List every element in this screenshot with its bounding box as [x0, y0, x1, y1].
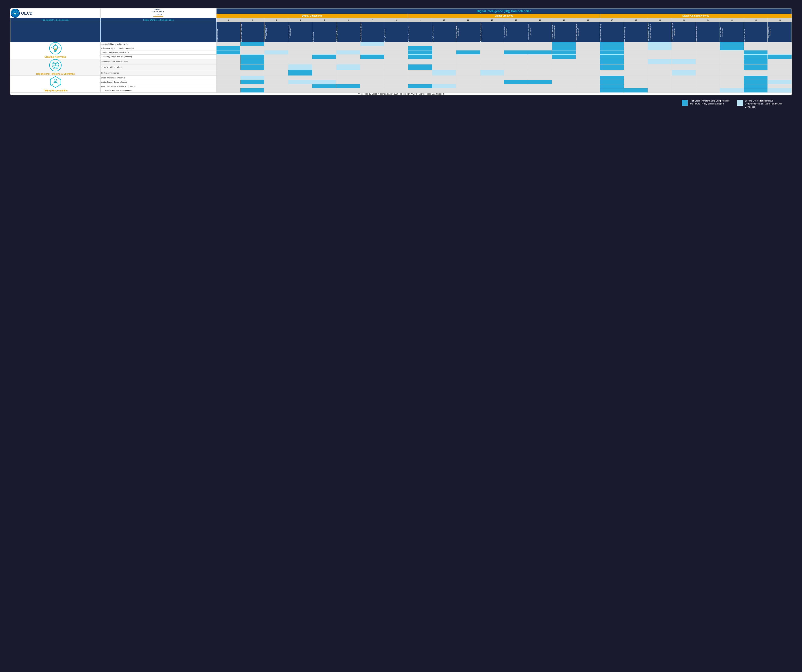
cell-r11-c4	[288, 88, 312, 92]
group-dc-label: Digital Citizenship	[302, 15, 322, 17]
svg-point-25	[53, 63, 54, 64]
cell-r7-c19	[648, 70, 672, 76]
cell-r4-c8	[384, 55, 408, 59]
svg-point-26	[57, 63, 57, 64]
cell-r4-c17	[600, 55, 624, 59]
svg-point-27	[53, 65, 54, 66]
comp-technology-design: Technology Design and Programming	[100, 55, 217, 59]
cell-r8-c7	[360, 76, 384, 80]
cell-r4-c3	[264, 55, 288, 59]
cell-r6-c11	[456, 65, 480, 70]
col-num-7: 7	[360, 18, 384, 22]
cell-r1-c7	[360, 42, 384, 46]
col-num-10: 10	[432, 18, 456, 22]
wef-cell: WORLD ECONOMIC FORUM	[100, 8, 217, 18]
cell-r8-c13	[504, 76, 528, 80]
cell-r8-c12	[480, 76, 504, 80]
cell-r3-c4	[288, 50, 312, 54]
cat1-label: Creating New Value	[10, 56, 100, 59]
comp-systems-analysis: Systems Analysis and Evaluation	[100, 59, 217, 65]
col-num-16: 16	[576, 18, 600, 22]
cell-r5-c18	[624, 59, 648, 65]
cell-r4-c10	[432, 55, 456, 59]
cell-r2-c4	[288, 46, 312, 50]
cell-r10-c12	[480, 84, 504, 88]
cell-r9-c1	[216, 80, 240, 84]
cell-r4-c23	[744, 55, 768, 59]
cell-r6-c20	[672, 65, 696, 70]
cell-r5-c2	[240, 59, 264, 65]
cell-r11-c2	[240, 88, 264, 92]
cell-r6-c16	[576, 65, 600, 70]
group-dcr-label: Digital Creativity	[495, 15, 513, 17]
cell-r5-c23	[744, 59, 768, 65]
cell-r1-c3	[264, 42, 288, 46]
cell-r2-c2	[240, 46, 264, 50]
svg-line-13	[58, 45, 58, 45]
cell-r2-c16	[576, 46, 600, 50]
cell-r9-c2	[240, 80, 264, 84]
cell-r1-c17	[600, 42, 624, 46]
comp-coordination: Coordination and Time Management*	[100, 88, 217, 92]
cell-r5-c21	[696, 59, 720, 65]
cell-r6-c19	[648, 65, 672, 70]
cell-r7-c10	[432, 70, 456, 76]
cell-r6-c17	[600, 65, 624, 70]
cell-r5-c20	[672, 59, 696, 65]
cell-r9-c24	[768, 80, 792, 84]
cell-r9-c17	[600, 80, 624, 84]
oecd-logo-cell: OECD OECD	[10, 8, 100, 18]
cell-r9-c10	[432, 80, 456, 84]
cell-r2-c23	[744, 46, 768, 50]
col-label-3: Behavioral Cyber-Risk Management	[264, 22, 288, 42]
cell-r7-c15	[552, 70, 576, 76]
col-num-3: 3	[264, 18, 288, 22]
cell-r1-c21	[696, 42, 720, 46]
cell-r11-c3	[264, 88, 288, 92]
group-digital-citizenship: Digital Citizenship	[216, 14, 408, 18]
cell-r1-c4	[288, 42, 312, 46]
matrix-wrapper: OECD OECD WORLD	[10, 8, 792, 95]
brain-circuit-icon	[49, 59, 62, 72]
cell-r1-c14	[528, 42, 552, 46]
cell-r10-c11	[456, 84, 480, 88]
cell-r11-c17	[600, 88, 624, 92]
cell-r4-c20	[672, 55, 696, 59]
col-label-7: Media and Information Literacy	[360, 22, 384, 42]
cell-r2-c22	[720, 46, 744, 50]
col-num-22: 22	[720, 18, 744, 22]
note-row: *Note: Top 10 Skills in-demand as of 201…	[10, 92, 792, 95]
comp-critical-thinking: Critical Thinking and Analysis	[100, 76, 217, 80]
cell-r11-c13	[504, 88, 528, 92]
cell-r2-c10	[432, 46, 456, 50]
cell-r4-c11	[456, 55, 480, 59]
cell-r11-c1	[216, 88, 240, 92]
cell-r5-c12	[480, 59, 504, 65]
svg-point-28	[57, 65, 57, 66]
cell-r11-c9	[408, 88, 432, 92]
cell-r3-c23	[744, 50, 768, 54]
col-label-8: Privacy Management	[384, 22, 408, 42]
col-num-19: 19	[648, 18, 672, 22]
cell-r4-c4	[288, 55, 312, 59]
col-num-14: 14	[528, 18, 552, 22]
cell-r6-c22	[720, 65, 744, 70]
cell-r2-c1	[216, 46, 240, 50]
cell-r9-c7	[360, 80, 384, 84]
cell-r2-c6	[336, 46, 360, 50]
lightbulb-icon	[49, 42, 62, 55]
cell-r9-c16	[576, 80, 600, 84]
cell-r6-c14	[528, 65, 552, 70]
cell-r6-c13	[504, 65, 528, 70]
col-num-4: 4	[288, 18, 312, 22]
cell-r10-c4	[288, 84, 312, 88]
oecd-logo: OECD OECD	[10, 8, 100, 18]
col-num-2: 2	[240, 18, 264, 22]
cell-r1-c12	[480, 42, 504, 46]
cell-r3-c7	[360, 50, 384, 54]
cell-r2-c19	[648, 46, 672, 50]
cell-r6-c5	[312, 65, 336, 70]
cell-r6-c21	[696, 65, 720, 70]
cell-r11-c16	[576, 88, 600, 92]
cell-r10-c21	[696, 84, 720, 88]
